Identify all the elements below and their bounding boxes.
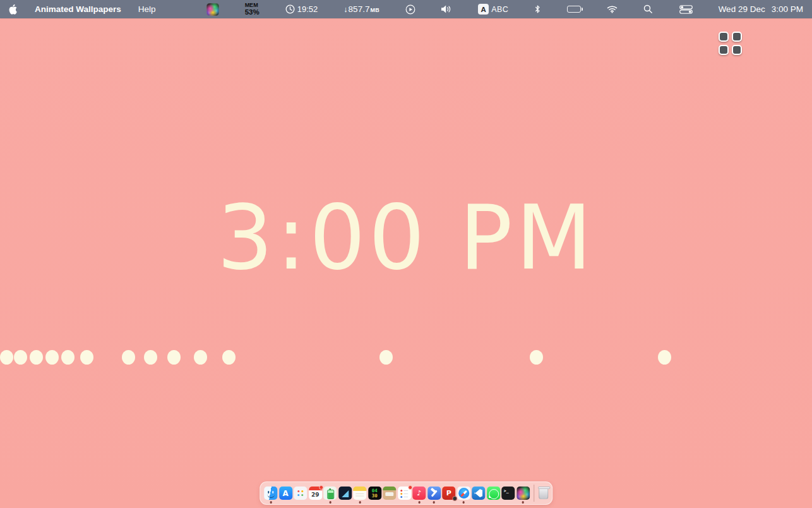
- wallpaper-dot: [122, 350, 135, 365]
- memory-label: MEM: [245, 3, 260, 8]
- notes-running-indicator: [359, 501, 361, 503]
- spotlight-search-icon[interactable]: [643, 4, 653, 14]
- playback-icon[interactable]: [405, 4, 415, 15]
- widget-square: [719, 32, 729, 42]
- safari-icon[interactable]: [457, 487, 470, 500]
- wallpaper-dot: [167, 350, 181, 365]
- clockwidget-bottom-text: 30: [372, 493, 378, 499]
- music-running-indicator: [418, 501, 420, 503]
- affinity-designer-icon[interactable]: [338, 487, 352, 500]
- battery-icon[interactable]: [567, 6, 581, 13]
- reminders-notification-badge: [408, 485, 413, 490]
- volume-icon[interactable]: [441, 5, 452, 13]
- wallpapers-running-indicator: [522, 501, 524, 503]
- clock-icon: [285, 4, 295, 14]
- battery-monitor-icon[interactable]: [323, 487, 337, 500]
- wallpaper-dot: [530, 350, 543, 365]
- battery-nub: [582, 8, 583, 11]
- wallpaper-dots: [0, 0, 812, 508]
- notes-icon[interactable]: [353, 487, 366, 500]
- appstore-glyph: A: [283, 489, 289, 498]
- input-source-status[interactable]: A ABC: [478, 4, 508, 15]
- memory-value: 53%: [245, 8, 260, 16]
- menubar-time: 3:00 PM: [772, 4, 803, 14]
- dock-separator: [534, 485, 534, 502]
- launchpad-icon[interactable]: [294, 487, 307, 500]
- music-icon[interactable]: ♪: [412, 487, 426, 500]
- whatsapp-icon[interactable]: [487, 487, 500, 500]
- network-unit: MB: [370, 7, 379, 13]
- wallpapers-menubar-icon[interactable]: [206, 3, 219, 16]
- wallpaper-dot: [0, 350, 13, 365]
- download-arrow-icon: ↓: [343, 5, 347, 14]
- trash-icon[interactable]: [539, 487, 548, 499]
- wallpaper-dot: [658, 350, 671, 365]
- calendar-icon[interactable]: 29: [309, 487, 322, 500]
- dock: A290430♪P: [260, 481, 552, 505]
- wallpaper-dot: [194, 350, 207, 365]
- music-glyph: ♪: [417, 489, 421, 497]
- wallpaper-dot: [144, 350, 157, 365]
- dock-items: A290430♪P: [264, 487, 530, 500]
- terminal-icon[interactable]: [501, 487, 515, 500]
- wifi-icon[interactable]: [607, 5, 618, 13]
- redp-glyph: P: [446, 489, 451, 497]
- battery-running-indicator: [329, 501, 331, 503]
- menubar-date: Wed 29 Dec: [719, 4, 765, 14]
- wallpaper-dot: [379, 350, 393, 365]
- wallpaper-dot: [222, 350, 236, 365]
- network-value: 857.7: [349, 4, 370, 14]
- bring-shopping-icon[interactable]: [383, 487, 396, 500]
- animated-wallpapers-icon[interactable]: [516, 487, 530, 500]
- menu-help[interactable]: Help: [138, 4, 156, 14]
- widget-square: [732, 32, 742, 42]
- calendar-notification-badge: [319, 485, 324, 490]
- widget-grid-icon[interactable]: [719, 32, 742, 55]
- desktop-wallpaper: 3:00 PM: [0, 0, 812, 508]
- active-app-title[interactable]: Animated Wallpapers: [35, 4, 121, 14]
- wallpaper-dot: [45, 350, 59, 365]
- timer-value: 19:52: [297, 4, 318, 14]
- input-source-box: A: [478, 4, 489, 15]
- wallpaper-dot: [80, 350, 93, 365]
- app-store-icon[interactable]: A: [279, 487, 292, 500]
- bluetooth-icon[interactable]: [534, 4, 541, 14]
- memory-status[interactable]: MEM 53%: [245, 3, 260, 16]
- calendar-glyph: 29: [311, 492, 319, 498]
- menubar-clock[interactable]: Wed 29 Dec 3:00 PM: [719, 4, 803, 14]
- wallpaper-dot: [61, 350, 75, 365]
- finder-icon[interactable]: [264, 487, 277, 500]
- widget-square: [719, 45, 729, 55]
- menu-bar: Animated Wallpapers Help MEM 53% 19:52 ↓…: [0, 0, 812, 18]
- xcode-running-indicator: [433, 501, 435, 503]
- network-throughput-status[interactable]: ↓ 857.7 MB: [343, 4, 379, 14]
- widget-square: [732, 45, 742, 55]
- safari-running-indicator: [463, 501, 465, 503]
- redp-sub-badge: [452, 496, 457, 501]
- clock-widget-icon[interactable]: 0430: [368, 487, 381, 500]
- wallpaper-dot: [30, 350, 43, 365]
- vscode-icon[interactable]: [472, 487, 485, 500]
- red-p-app-icon[interactable]: P: [442, 487, 455, 500]
- timer-status[interactable]: 19:52: [285, 4, 318, 14]
- wallpaper-dot: [14, 350, 27, 365]
- finder-running-indicator: [270, 501, 272, 503]
- xcode-icon[interactable]: [427, 487, 441, 500]
- input-source-label: ABC: [491, 5, 508, 14]
- control-center-icon[interactable]: [679, 5, 693, 14]
- reminders-icon[interactable]: [398, 487, 411, 500]
- apple-menu-icon[interactable]: [9, 4, 18, 15]
